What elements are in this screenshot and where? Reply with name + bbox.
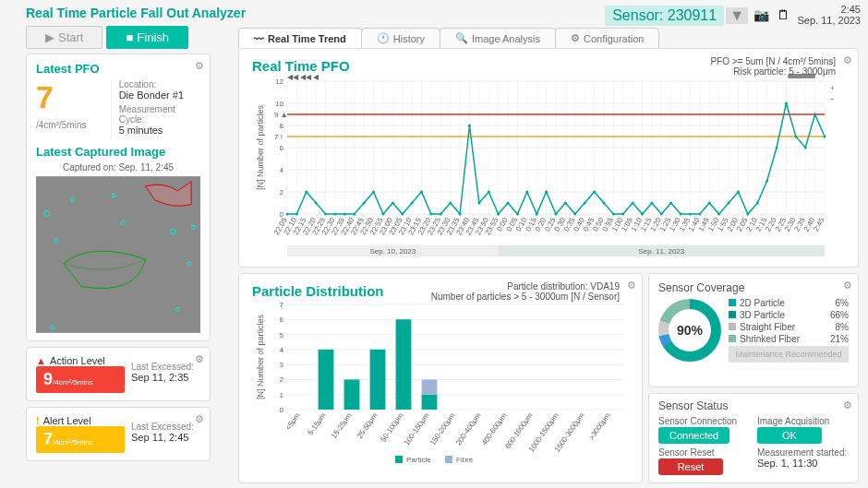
svg-text:4: 4 <box>280 346 284 354</box>
svg-point-86 <box>286 213 289 216</box>
svg-point-131 <box>717 213 720 216</box>
tab-history[interactable]: 🕐History <box>361 28 440 49</box>
svg-text:2: 2 <box>280 375 284 384</box>
legend-item: Straight Fiber8% <box>729 322 849 332</box>
meas-value: Sep. 1, 11:30 <box>757 458 849 469</box>
svg-point-120 <box>612 213 615 216</box>
cycle-value: 5 minutes <box>119 125 200 136</box>
svg-point-134 <box>746 213 749 216</box>
svg-point-114 <box>555 213 558 216</box>
alert-last-label: Last Excessed: <box>131 422 200 432</box>
svg-point-124 <box>650 202 653 205</box>
chart-sub: PFO >= 5um [N / 4cm²/ 5mins] Risk partic… <box>710 56 836 77</box>
svg-text:>3000μm: >3000μm <box>587 411 612 442</box>
conn-label: Sensor Connection <box>658 416 750 426</box>
gear-icon[interactable]: ⚙ <box>195 353 204 365</box>
realtime-pfo-chart: ⚙ Real Time PFO PFO >= 5um [N / 4cm²/ 5m… <box>238 48 859 268</box>
svg-point-118 <box>593 191 596 194</box>
sensor-badge[interactable]: Sensor: 230911 <box>605 6 724 26</box>
svg-point-116 <box>573 213 576 216</box>
svg-text:8: 8 <box>280 122 284 130</box>
svg-text:5-15μm: 5-15μm <box>307 411 328 437</box>
svg-text:7: 7 <box>280 301 284 309</box>
stop-icon: ■ <box>126 30 133 44</box>
svg-text:15-25μm: 15-25μm <box>330 411 354 440</box>
svg-rect-234 <box>422 395 438 410</box>
action-badge: 9/4cm²/5mins <box>36 366 125 393</box>
svg-point-92 <box>344 213 346 216</box>
tab-config[interactable]: ⚙Configuration <box>555 28 659 49</box>
svg-text:0: 0 <box>280 406 284 414</box>
svg-point-108 <box>497 213 500 216</box>
latest-pfo-unit: /4cm²/5mins <box>36 120 86 130</box>
svg-point-129 <box>698 213 701 216</box>
svg-rect-230 <box>370 350 386 410</box>
gear-icon[interactable]: ⚙ <box>627 280 636 292</box>
svg-point-102 <box>440 213 442 216</box>
status-title: Sensor Status <box>658 399 849 412</box>
conn-status: Connected <box>658 427 729 444</box>
svg-point-113 <box>545 191 548 194</box>
meas-label: Measurement started: <box>757 447 849 458</box>
svg-point-115 <box>564 202 567 205</box>
svg-text:2:45: 2:45 <box>812 216 826 232</box>
chevron-down-icon[interactable]: ▼ <box>726 7 748 24</box>
svg-point-138 <box>785 102 788 105</box>
bar-chart-svg: 01234567<5μm5-15μm15-25μm25-50μm50-100μm… <box>252 299 631 465</box>
svg-point-98 <box>401 213 404 216</box>
camera-icon[interactable]: 📷 <box>753 7 769 22</box>
svg-point-117 <box>584 202 586 205</box>
gear-icon[interactable]: ⚙ <box>843 280 852 292</box>
svg-rect-226 <box>319 350 334 410</box>
app-title: Real Time Particle Fall Out Analyzer <box>26 6 246 20</box>
svg-text:◀◀  ◀◀  ◀: ◀◀ ◀◀ ◀ <box>287 74 319 81</box>
gear-icon[interactable]: ⚙ <box>195 60 204 72</box>
tab-realtime[interactable]: 〰Real Time Trend <box>238 28 362 49</box>
svg-text:Fibre: Fibre <box>456 456 474 464</box>
svg-point-142 <box>824 136 826 138</box>
svg-text:100-150μm: 100-150μm <box>403 411 431 447</box>
action-title: Action Level <box>50 355 105 366</box>
svg-text:Particle: Particle <box>406 456 431 464</box>
svg-text:[N] Number of particles: [N] Number of particles <box>256 314 265 399</box>
captured-title: Latest Captured Image <box>36 145 200 159</box>
svg-text:10: 10 <box>275 100 283 108</box>
svg-point-87 <box>295 213 298 216</box>
location-label: Location: <box>119 79 200 89</box>
svg-point-136 <box>766 180 768 183</box>
svg-text:4: 4 <box>280 166 284 174</box>
svg-point-123 <box>641 213 644 216</box>
svg-point-127 <box>680 213 682 216</box>
svg-text:6: 6 <box>280 144 284 152</box>
svg-text:−: − <box>830 95 835 103</box>
legend-item: Shrinked Fiber21% <box>729 334 849 344</box>
gear-icon[interactable]: ⚙ <box>843 399 852 411</box>
list-icon[interactable]: 🗒 <box>777 7 790 22</box>
svg-rect-228 <box>344 379 360 410</box>
tab-image[interactable]: 🔍Image Analysis <box>440 28 556 49</box>
svg-point-95 <box>372 191 375 194</box>
particle-distribution-chart: ⚙ Particle Distribution Particle distrib… <box>238 273 643 483</box>
gear-icon[interactable]: ⚙ <box>195 413 204 425</box>
svg-text:25-50μm: 25-50μm <box>356 411 380 440</box>
svg-point-139 <box>794 136 797 138</box>
svg-text:2: 2 <box>280 188 284 196</box>
svg-point-112 <box>536 213 538 216</box>
svg-point-111 <box>525 191 528 194</box>
coverage-donut: 90% <box>658 299 721 362</box>
gear-icon[interactable]: ⚙ <box>843 54 852 66</box>
img-status: OK <box>757 427 822 444</box>
time: 2:45 <box>797 4 861 15</box>
pulse-icon: 〰 <box>254 33 264 44</box>
latest-pfo-panel: ⚙ Latest PFO 7/4cm²/5mins Location: Die … <box>26 54 211 341</box>
alert-icon: ! <box>36 415 40 426</box>
gear-icon: ⚙ <box>571 32 580 44</box>
reset-button[interactable]: Reset <box>658 458 723 475</box>
start-button[interactable]: ▶Start <box>26 26 102 49</box>
warning-icon: ▲ <box>36 355 46 366</box>
svg-point-110 <box>516 213 519 216</box>
svg-text:3: 3 <box>280 361 284 369</box>
sensor-status-panel: ⚙ Sensor Status Sensor Connection Connec… <box>648 393 859 483</box>
alert-badge: 7/4cm²/5mins <box>36 426 125 453</box>
finish-button[interactable]: ■Finish <box>106 26 188 49</box>
